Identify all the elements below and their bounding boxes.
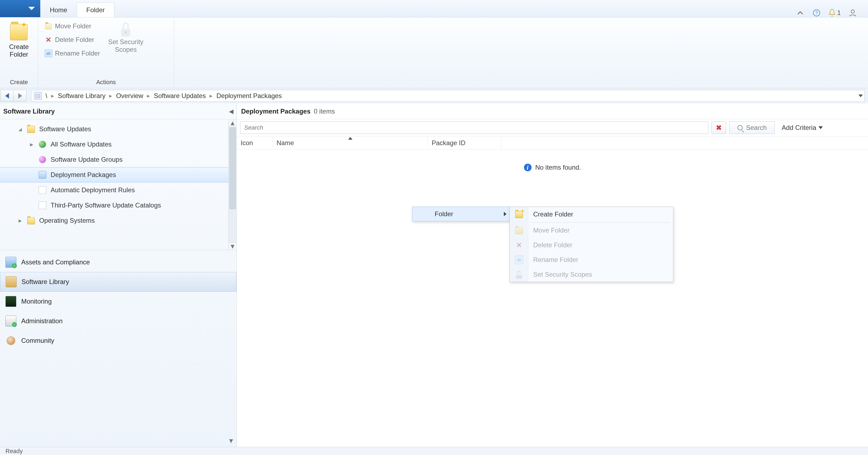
info-icon: i [524, 164, 531, 171]
help-icon[interactable]: ? [812, 8, 821, 17]
collapse-ribbon-icon[interactable] [796, 8, 805, 17]
nav-back-button[interactable] [1, 90, 13, 102]
tree-scrollbar[interactable]: ▲ ▼ [228, 119, 237, 250]
create-folder-icon: ✦ [9, 22, 29, 41]
app-root: Home Folder ? 1 ✦ Create Folder Create [0, 0, 868, 455]
workspace: Software Library ◀ ▲ ▼ ◢ Software Update… [0, 103, 868, 447]
qat-dropdown-icon [28, 7, 35, 10]
tree-third-party-catalogs[interactable]: Third-Party Software Update Catalogs [0, 198, 237, 213]
tree-operating-systems[interactable]: ▶ Operating Systems [0, 213, 237, 228]
search-row: ✖ Search Add Criteria [237, 119, 868, 136]
nav-label: Monitoring [21, 298, 52, 305]
ribbon-group-actions: Move Folder ✕ Delete Folder ab Rename Fo… [38, 18, 174, 88]
delete-folder-icon: ✕ [44, 36, 52, 43]
submenu-arrow-icon [504, 212, 506, 216]
scroll-down-icon[interactable]: ▼ [229, 242, 237, 250]
breadcrumb-root[interactable]: \ [45, 92, 48, 100]
search-button[interactable]: Search [730, 121, 775, 134]
breadcrumb[interactable]: \ ▶ Software Library ▶ Overview ▶ Softwa… [31, 90, 865, 102]
software-library-icon [6, 276, 17, 287]
nav-label: Community [21, 337, 54, 344]
move-folder-icon [515, 226, 523, 235]
delete-folder-icon: ✕ [515, 241, 523, 249]
breadcrumb-software-library[interactable]: Software Library [58, 92, 105, 100]
tab-folder[interactable]: Folder [77, 2, 114, 17]
group-create-label: Create [10, 79, 28, 87]
breadcrumb-dropdown-icon[interactable] [859, 94, 863, 97]
quick-access-toolbar[interactable] [0, 0, 40, 17]
user-icon[interactable] [848, 8, 857, 17]
column-name[interactable]: Name [273, 136, 428, 149]
tree-all-software-updates[interactable]: ▶ All Software Updates [0, 137, 237, 152]
nav-pane-title-text: Software Library [3, 108, 55, 115]
breadcrumb-root-icon[interactable] [34, 92, 42, 100]
rename-folder-button[interactable]: ab Rename Folder [42, 48, 103, 59]
scroll-thumb[interactable] [229, 127, 236, 209]
nav-monitoring[interactable]: Monitoring [0, 292, 237, 311]
context-folder-item[interactable]: Folder [412, 207, 510, 221]
move-folder-button[interactable]: Move Folder [42, 20, 103, 32]
create-folder-label: Create Folder [9, 43, 29, 58]
clear-search-button[interactable]: ✖ [712, 121, 726, 134]
ribbon-right-controls: ? 1 [796, 8, 868, 17]
submenu-rename-folder[interactable]: ab Rename Folder [510, 252, 673, 267]
submenu-label: Create Folder [533, 211, 573, 218]
tree-software-updates[interactable]: ◢ Software Updates [0, 121, 237, 137]
tree-label: Third-Party Software Update Catalogs [51, 202, 161, 209]
nav-forward-button[interactable] [13, 90, 27, 102]
column-package-id[interactable]: Package ID [428, 136, 501, 149]
nav-pane-title: Software Library ◀ [0, 103, 237, 119]
address-bar: \ ▶ Software Library ▶ Overview ▶ Softwa… [0, 88, 868, 103]
expander-closed-icon[interactable]: ▶ [30, 142, 34, 147]
breadcrumb-software-updates[interactable]: Software Updates [154, 92, 206, 100]
create-folder-button[interactable]: ✦ Create Folder [6, 20, 32, 60]
tab-home[interactable]: Home [40, 2, 77, 17]
search-input[interactable] [240, 121, 708, 134]
nav-overflow-icon[interactable]: ▼ [228, 437, 234, 445]
submenu-label: Delete Folder [533, 241, 572, 249]
submenu-separator [529, 222, 671, 222]
add-criteria-button[interactable]: Add Criteria [778, 124, 827, 131]
lock-icon [120, 22, 132, 36]
nav-software-library[interactable]: Software Library [0, 272, 237, 292]
set-security-scopes-label: Set Security Scopes [108, 38, 143, 53]
submenu-move-folder[interactable]: Move Folder [510, 223, 673, 238]
delete-folder-label: Delete Folder [55, 36, 94, 43]
content-pane: Deployment Packages 0 items ✖ Search Add… [237, 103, 868, 447]
lock-icon [515, 270, 523, 279]
delete-folder-button[interactable]: ✕ Delete Folder [42, 34, 103, 46]
expander-open-icon[interactable]: ◢ [19, 127, 23, 132]
svg-rect-4 [36, 94, 40, 98]
breadcrumb-overview[interactable]: Overview [116, 92, 143, 100]
set-security-scopes-button[interactable]: Set Security Scopes [105, 20, 147, 55]
context-submenu: ✦ Create Folder Move Folder ✕ Delete Fol… [509, 207, 673, 282]
status-bar: Ready [0, 447, 868, 455]
expander-closed-icon[interactable]: ▶ [19, 218, 23, 223]
monitoring-icon [5, 296, 16, 307]
no-items-text: No items found. [535, 164, 581, 171]
context-menu: Folder [412, 207, 510, 221]
ribbon-group-create: ✦ Create Folder Create [0, 18, 38, 88]
breadcrumb-deployment-packages[interactable]: Deployment Packages [216, 92, 282, 100]
nav-community[interactable]: Community [0, 331, 237, 351]
group-actions-label: Actions [96, 79, 116, 87]
submenu-create-folder[interactable]: ✦ Create Folder [510, 207, 673, 222]
tree-deployment-packages[interactable]: Deployment Packages [0, 167, 237, 182]
submenu-set-security-scopes[interactable]: Set Security Scopes [510, 267, 673, 282]
svg-point-2 [832, 16, 833, 17]
scroll-up-icon[interactable]: ▲ [229, 119, 237, 127]
nav-administration[interactable]: ✓ Administration [0, 311, 237, 331]
nav-assets-and-compliance[interactable]: ✓ Assets and Compliance [0, 252, 237, 272]
tree-label: All Software Updates [51, 141, 112, 148]
svg-point-3 [851, 10, 855, 13]
nav-label: Assets and Compliance [21, 259, 90, 266]
tree-automatic-deployment-rules[interactable]: Automatic Deployment Rules [0, 182, 237, 198]
collapse-nav-icon[interactable]: ◀ [229, 108, 233, 115]
column-icon[interactable]: Icon [237, 136, 273, 149]
package-icon [38, 171, 47, 179]
create-folder-icon: ✦ [515, 210, 523, 219]
submenu-delete-folder[interactable]: ✕ Delete Folder [510, 238, 673, 252]
tree-software-update-groups[interactable]: Software Update Groups [0, 152, 237, 167]
notification-icon[interactable]: 1 [829, 9, 841, 17]
move-folder-icon [44, 22, 52, 30]
